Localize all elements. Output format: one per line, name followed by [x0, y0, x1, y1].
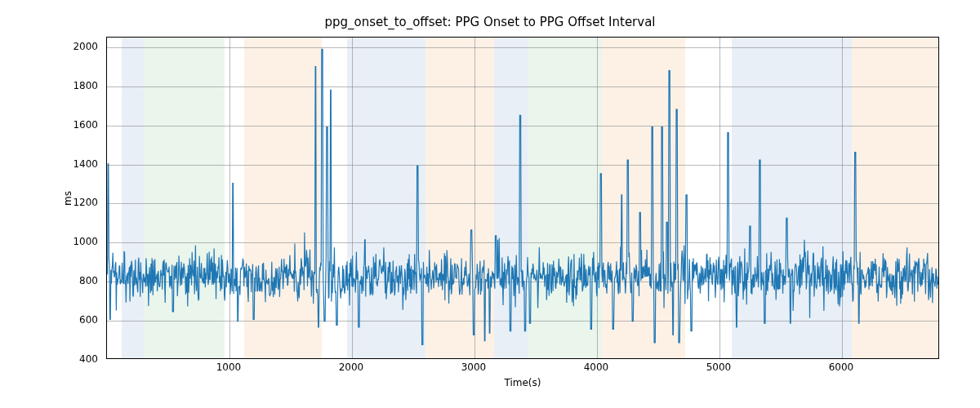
x-tick-label: 1000 — [204, 361, 253, 373]
x-tick-label: 5000 — [694, 361, 743, 373]
time-series-trace — [107, 38, 938, 358]
y-tick-label: 1800 — [0, 80, 98, 91]
y-tick-label: 1000 — [0, 236, 98, 247]
x-tick-label: 2000 — [327, 361, 376, 373]
plot-area — [106, 37, 939, 359]
x-tick-label: 6000 — [817, 361, 866, 373]
x-tick-label: 4000 — [572, 361, 621, 373]
x-axis-label: Time(s) — [106, 377, 939, 388]
y-tick-label: 600 — [0, 314, 98, 326]
chart-title: ppg_onset_to_offset: PPG Onset to PPG Of… — [0, 15, 980, 29]
y-tick-label: 1600 — [0, 119, 98, 131]
y-tick-label: 2000 — [0, 41, 98, 52]
y-tick-label: 400 — [0, 353, 98, 365]
y-tick-label: 1200 — [0, 197, 98, 208]
y-tick-label: 800 — [0, 275, 98, 286]
x-tick-label: 3000 — [449, 361, 498, 373]
figure: ppg_onset_to_offset: PPG Onset to PPG Of… — [0, 0, 980, 408]
y-tick-label: 1400 — [0, 158, 98, 170]
